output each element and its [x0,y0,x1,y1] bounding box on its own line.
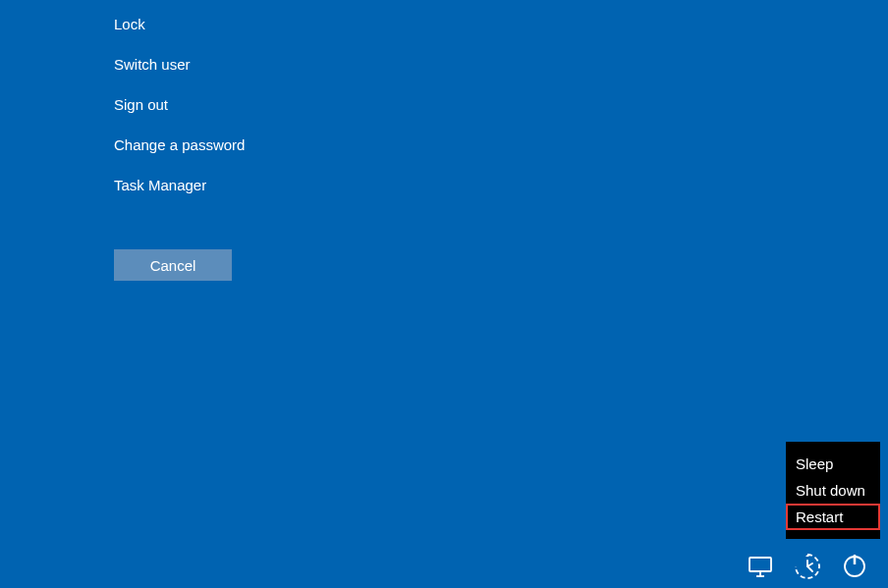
menu-item-sign-out[interactable]: Sign out [114,86,245,127]
menu-item-task-manager[interactable]: Task Manager [114,167,245,207]
menu-item-switch-user[interactable]: Switch user [114,46,245,86]
svg-rect-0 [749,558,771,571]
power-menu: Sleep Shut down Restart [786,442,880,539]
network-icon[interactable] [747,553,774,580]
power-menu-restart[interactable]: Restart [786,504,880,530]
menu-item-lock[interactable]: Lock [114,6,245,46]
security-options-menu: Lock Switch user Sign out Change a passw… [114,6,245,207]
bottom-icon-bar [747,553,868,580]
power-icon[interactable] [841,553,868,580]
menu-item-change-password[interactable]: Change a password [114,127,245,167]
power-menu-sleep[interactable]: Sleep [786,451,880,477]
ease-of-access-icon[interactable] [794,553,821,580]
power-menu-shut-down[interactable]: Shut down [786,477,880,504]
cancel-button[interactable]: Cancel [114,249,232,281]
